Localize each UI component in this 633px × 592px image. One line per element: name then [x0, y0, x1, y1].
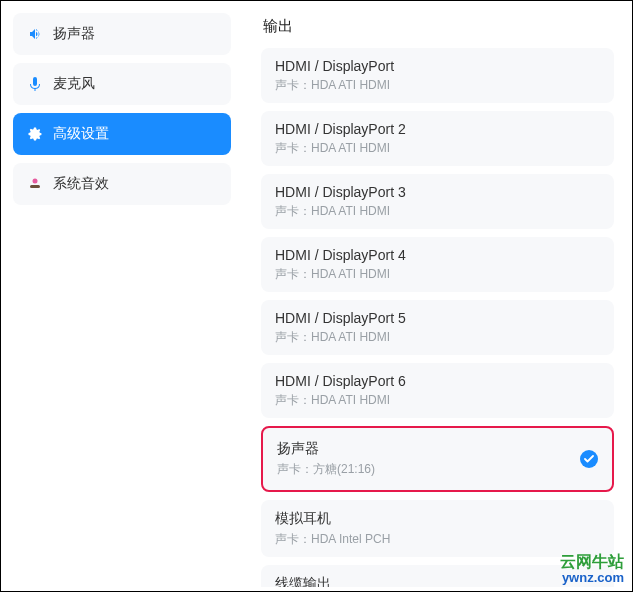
main-panel: 输出 HDMI / DisplayPort 声卡：HDA ATI HDMI HD… [243, 5, 628, 587]
device-name: 线缆输出 [275, 575, 600, 587]
device-name: HDMI / DisplayPort 2 [275, 121, 600, 137]
device-name: 扬声器 [277, 440, 598, 458]
sidebar-item-advanced[interactable]: 高级设置 [13, 113, 231, 155]
sidebar-item-label: 系统音效 [53, 175, 109, 193]
device-item[interactable]: HDMI / DisplayPort 2 声卡：HDA ATI HDMI [261, 111, 614, 166]
device-name: HDMI / DisplayPort 3 [275, 184, 600, 200]
output-device-list: HDMI / DisplayPort 声卡：HDA ATI HDMI HDMI … [261, 48, 614, 587]
check-icon [580, 450, 598, 468]
effects-icon [27, 176, 43, 192]
device-sub: 声卡：HDA ATI HDMI [275, 77, 600, 94]
device-item[interactable]: HDMI / DisplayPort 3 声卡：HDA ATI HDMI [261, 174, 614, 229]
sidebar: 扬声器 麦克风 高级设置 系统音效 [5, 5, 243, 587]
microphone-icon [27, 76, 43, 92]
device-sub: 声卡：HDA ATI HDMI [275, 329, 600, 346]
section-title-output: 输出 [263, 17, 614, 36]
watermark-line1: 云网牛站 [560, 553, 624, 571]
device-item[interactable]: HDMI / DisplayPort 5 声卡：HDA ATI HDMI [261, 300, 614, 355]
device-sub: 声卡：HDA ATI HDMI [275, 203, 600, 220]
device-item[interactable]: HDMI / DisplayPort 6 声卡：HDA ATI HDMI [261, 363, 614, 418]
device-name: HDMI / DisplayPort [275, 58, 600, 74]
device-sub: 声卡：HDA ATI HDMI [275, 266, 600, 283]
device-name: HDMI / DisplayPort 5 [275, 310, 600, 326]
sidebar-item-microphone[interactable]: 麦克风 [13, 63, 231, 105]
sidebar-item-label: 麦克风 [53, 75, 95, 93]
device-item[interactable]: HDMI / DisplayPort 声卡：HDA ATI HDMI [261, 48, 614, 103]
svg-rect-1 [30, 185, 40, 188]
sidebar-item-label: 高级设置 [53, 125, 109, 143]
watermark-line2: ywnz.com [560, 571, 624, 585]
device-name: HDMI / DisplayPort 6 [275, 373, 600, 389]
device-sub: 声卡：HDA ATI HDMI [275, 140, 600, 157]
svg-point-0 [33, 179, 38, 184]
gear-icon [27, 126, 43, 142]
sidebar-item-effects[interactable]: 系统音效 [13, 163, 231, 205]
device-name: HDMI / DisplayPort 4 [275, 247, 600, 263]
device-item-selected[interactable]: 扬声器 声卡：方糖(21:16) [261, 426, 614, 492]
sidebar-item-speaker[interactable]: 扬声器 [13, 13, 231, 55]
device-sub: 声卡：HDA ATI HDMI [275, 392, 600, 409]
device-sub: 声卡：HDA Intel PCH [275, 531, 600, 548]
sidebar-item-label: 扬声器 [53, 25, 95, 43]
device-sub: 声卡：方糖(21:16) [277, 461, 598, 478]
device-item[interactable]: HDMI / DisplayPort 4 声卡：HDA ATI HDMI [261, 237, 614, 292]
speaker-icon [27, 26, 43, 42]
device-item[interactable]: 模拟耳机 声卡：HDA Intel PCH [261, 500, 614, 557]
watermark: 云网牛站 ywnz.com [560, 553, 624, 585]
device-name: 模拟耳机 [275, 510, 600, 528]
